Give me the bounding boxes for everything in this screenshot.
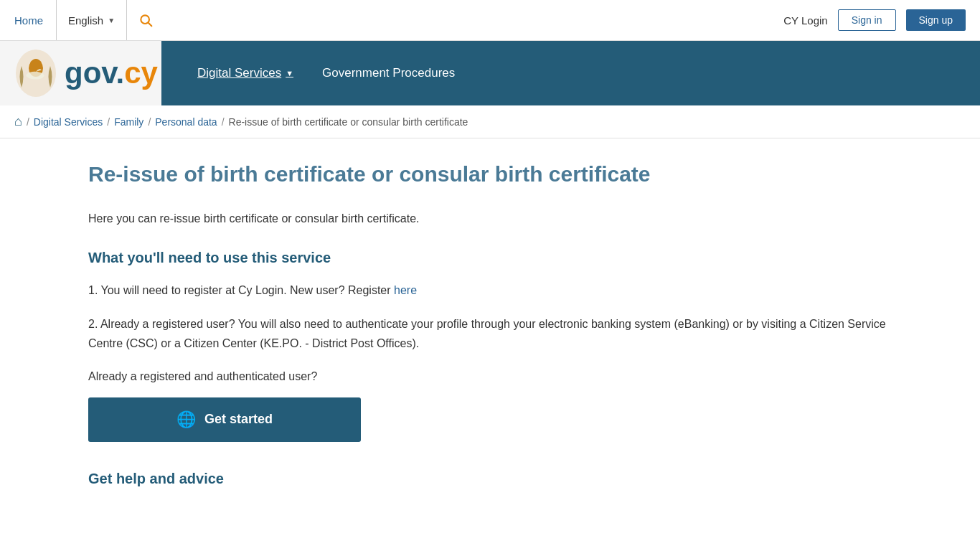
svg-line-1 <box>149 23 152 27</box>
breadcrumb-personal-data[interactable]: Personal data <box>155 116 217 128</box>
main-nav: Digital Services ▼ Government Procedures <box>161 66 455 80</box>
section1-heading: What you'll need to use this service <box>88 250 892 266</box>
logo-section: gov.cy <box>0 41 161 105</box>
breadcrumb-current: Re-issue of birth certificate or consula… <box>229 116 468 128</box>
intro-text: Here you can re-issue birth certificate … <box>88 209 892 228</box>
get-started-button[interactable]: 🌐 Get started <box>88 397 361 442</box>
cy-login-link[interactable]: CY Login <box>783 14 827 27</box>
nav-digital-services[interactable]: Digital Services ▼ <box>197 66 293 80</box>
breadcrumb-separator: / <box>27 116 29 128</box>
main-header: gov.cy Digital Services ▼ Government Pro… <box>0 41 980 105</box>
signup-button[interactable]: Sign up <box>906 9 966 31</box>
breadcrumb-separator: / <box>148 116 151 128</box>
page-title: Re-issue of birth certificate or consula… <box>88 160 892 188</box>
logo-gov: gov. <box>65 56 124 90</box>
top-bar-actions: CY Login Sign in Sign up <box>783 9 966 31</box>
cyprus-emblem <box>14 48 57 98</box>
logo-text: gov.cy <box>65 56 158 90</box>
breadcrumb-separator: / <box>222 116 225 128</box>
signin-button[interactable]: Sign in <box>838 9 896 31</box>
globe-icon: 🌐 <box>176 410 196 429</box>
breadcrumb-family[interactable]: Family <box>114 116 143 128</box>
section2-heading: Get help and advice <box>88 471 892 487</box>
main-content: Re-issue of birth certificate or consula… <box>60 138 920 537</box>
chevron-down-icon: ▼ <box>286 69 293 77</box>
chevron-down-icon: ▼ <box>108 17 115 24</box>
top-bar: Home English ▼ CY Login Sign in Sign up <box>0 0 980 41</box>
register-here-link[interactable]: here <box>394 284 417 296</box>
step2-text: 2. Already a registered user? You will a… <box>88 314 892 353</box>
nav-government-procedures[interactable]: Government Procedures <box>322 66 455 80</box>
breadcrumb-separator: / <box>107 116 110 128</box>
search-icon <box>138 13 153 27</box>
get-started-label: Get started <box>204 412 273 427</box>
home-icon[interactable]: ⌂ <box>14 114 22 129</box>
step1-text: 1. You will need to register at Cy Login… <box>88 281 892 300</box>
breadcrumb-digital-services[interactable]: Digital Services <box>34 116 103 128</box>
language-label: English <box>68 14 103 27</box>
language-selector[interactable]: English ▼ <box>57 0 127 40</box>
breadcrumb: ⌂ / Digital Services / Family / Personal… <box>0 105 980 138</box>
search-button[interactable] <box>127 0 164 40</box>
logo-cy: cy <box>124 56 158 90</box>
home-link[interactable]: Home <box>14 0 57 40</box>
auth-question: Already a registered and authenticated u… <box>88 367 892 386</box>
